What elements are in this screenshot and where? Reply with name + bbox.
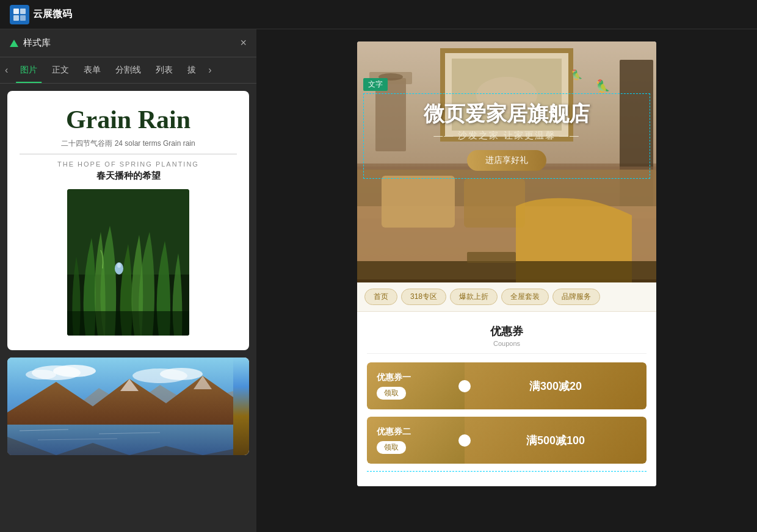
nav-tab-brand[interactable]: 品牌服务 bbox=[552, 289, 600, 305]
main-content: 样式库 × ‹ 图片 正文 表单 分割线 列表 拔 › bbox=[0, 29, 757, 532]
grain-rain-content: Grain Rain 二十四节气谷雨 24 solar terms Grain … bbox=[7, 91, 249, 350]
mountain-card[interactable] bbox=[7, 358, 249, 455]
grain-rain-cn-label: 春天播种的希望 bbox=[20, 170, 237, 182]
tab-more[interactable]: 拔 bbox=[180, 62, 203, 78]
coupon-card-1: 优惠券一 领取 满300减20 bbox=[367, 362, 647, 409]
grain-rain-subtitle: 二十四节气谷雨 24 solar terms Grain rain bbox=[20, 138, 237, 154]
top-bar: 云展微码 bbox=[0, 0, 757, 29]
nav-tab-full[interactable]: 全屋套装 bbox=[501, 289, 549, 305]
nav-tab-hot[interactable]: 爆款上折 bbox=[450, 289, 498, 305]
svg-rect-1 bbox=[20, 9, 26, 14]
svg-rect-41 bbox=[467, 252, 516, 263]
hero-enter-btn[interactable]: 进店享好礼 bbox=[467, 150, 546, 171]
coupon-card-2: 优惠券二 领取 满500减100 bbox=[367, 417, 647, 464]
tab-table[interactable]: 表单 bbox=[76, 62, 108, 78]
svg-rect-40 bbox=[357, 261, 656, 282]
tab-text[interactable]: 正文 bbox=[45, 62, 76, 78]
coupon-right-2: 满500减100 bbox=[465, 417, 647, 464]
grain-rain-en-label: THE HOPE OF SPRING PLANTING bbox=[20, 160, 237, 168]
text-selection-area: 文字 微页爱家居旗舰店 —— 沙发之家 让家更温馨 —— 进店享好礼 bbox=[357, 72, 656, 185]
svg-point-11 bbox=[53, 365, 96, 377]
phone-preview: 🦜 🦜 bbox=[357, 41, 656, 486]
svg-rect-3 bbox=[20, 15, 26, 21]
triangle-icon bbox=[10, 40, 18, 47]
close-icon[interactable]: × bbox=[240, 37, 247, 49]
left-panel: 样式库 × ‹ 图片 正文 表单 分割线 列表 拔 › bbox=[0, 29, 256, 532]
svg-rect-2 bbox=[13, 15, 19, 21]
cards-list: Grain Rain 二十四节气谷雨 24 solar terms Grain … bbox=[0, 84, 256, 532]
coupons-section: 优惠券 Coupons 优惠券一 领取 满300减20 bbox=[357, 312, 656, 486]
coupon-left-2: 优惠券二 领取 bbox=[367, 417, 465, 464]
coupon-amount-2: 满500减100 bbox=[526, 433, 585, 448]
svg-point-12 bbox=[26, 370, 56, 379]
style-library-title: 样式库 bbox=[23, 37, 51, 49]
svg-point-7 bbox=[117, 263, 121, 268]
tabs-row: ‹ 图片 正文 表单 分割线 列表 拔 › bbox=[0, 57, 256, 84]
nav-tab-home[interactable]: 首页 bbox=[364, 289, 397, 305]
style-header: 样式库 × bbox=[0, 29, 256, 57]
grain-rain-card[interactable]: Grain Rain 二十四节气谷雨 24 solar terms Grain … bbox=[7, 91, 249, 350]
text-label-badge: 文字 bbox=[363, 78, 388, 91]
tab-list[interactable]: 列表 bbox=[148, 62, 180, 78]
hero-title: 微页爱家居旗舰店 bbox=[371, 101, 642, 126]
coupons-title-en: Coupons bbox=[367, 340, 647, 354]
coupon-name-1: 优惠券一 bbox=[377, 372, 411, 383]
mountain-image bbox=[7, 358, 249, 455]
coupons-title: 优惠券 bbox=[367, 324, 647, 339]
logo-text: 云展微码 bbox=[33, 8, 72, 21]
svg-point-14 bbox=[160, 368, 203, 380]
coupon-right-1: 满300减20 bbox=[465, 362, 647, 409]
hero-subtitle: —— 沙发之家 让家更温馨 —— bbox=[371, 130, 642, 142]
svg-rect-0 bbox=[13, 9, 19, 14]
tab-divider[interactable]: 分割线 bbox=[108, 62, 148, 78]
nav-tabs: 首页 318专区 爆款上折 全屋套装 品牌服务 bbox=[357, 282, 656, 312]
nav-tab-318[interactable]: 318专区 bbox=[401, 289, 446, 305]
grain-rain-title: Grain Rain bbox=[20, 106, 237, 134]
tab-image[interactable]: 图片 bbox=[13, 62, 45, 78]
tab-prev-btn[interactable]: ‹ bbox=[0, 65, 13, 76]
style-title-area: 样式库 bbox=[10, 37, 51, 49]
coupon-name-2: 优惠券二 bbox=[377, 426, 411, 437]
grain-rain-image bbox=[67, 189, 189, 336]
selection-border: 微页爱家居旗舰店 —— 沙发之家 让家更温馨 —— 进店享好礼 bbox=[363, 93, 650, 179]
bottom-dashed-line bbox=[367, 471, 647, 472]
coupon-claim-btn-1[interactable]: 领取 bbox=[377, 387, 406, 400]
hero-section: 🦜 🦜 bbox=[357, 41, 656, 282]
coupon-amount-1: 满300减20 bbox=[529, 379, 582, 394]
right-panel: 🦜 🦜 bbox=[256, 29, 757, 532]
tab-next-btn[interactable]: › bbox=[203, 65, 216, 76]
logo-area: 云展微码 bbox=[10, 5, 72, 24]
coupon-claim-btn-2[interactable]: 领取 bbox=[377, 441, 406, 454]
svg-rect-8 bbox=[67, 311, 189, 336]
logo-icon bbox=[10, 5, 29, 24]
coupon-left-1: 优惠券一 领取 bbox=[367, 362, 465, 409]
